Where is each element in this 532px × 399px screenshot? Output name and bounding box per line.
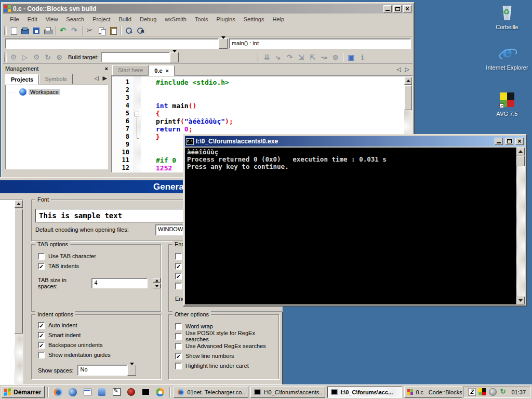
desktop-icon-avg[interactable]: ↗ AVG 7.5	[485, 91, 529, 117]
menu-item-project[interactable]: Project	[89, 15, 114, 23]
menu-item-help[interactable]: Help	[269, 15, 288, 23]
codeblocks-titlebar[interactable]: 0.c - Code::Blocks svn build ×	[3, 4, 413, 14]
symbols-combo[interactable]	[5, 38, 228, 49]
management-tab-symbols[interactable]: Symbols	[39, 74, 72, 84]
tab-indents-checkbox[interactable]: ✓	[38, 263, 45, 270]
quick-launch-thunderbird[interactable]	[68, 388, 77, 397]
next-instruction-button[interactable]: ↝	[318, 51, 330, 63]
step-into-button[interactable]: ⇲	[296, 51, 307, 63]
editor-tab-0.c[interactable]: 0.c×	[149, 65, 175, 76]
avg-z-icon[interactable]	[468, 388, 476, 396]
option-checkbox[interactable]: ✓	[175, 263, 182, 270]
desktop-icon-recycle-bin[interactable]: Corbeille	[485, 4, 529, 30]
scrollbar-thumb[interactable]	[404, 85, 412, 110]
scrollbar-track[interactable]	[516, 166, 525, 296]
redo-button[interactable]	[69, 25, 81, 36]
gray-dial-icon[interactable]	[489, 388, 497, 396]
menu-item-file[interactable]: File	[6, 15, 23, 23]
combo-dropdown-button[interactable]	[127, 365, 136, 376]
run-button[interactable]: ▷	[19, 51, 31, 63]
color-squares-icon[interactable]	[478, 388, 486, 396]
abort-button[interactable]: ⊗	[54, 51, 65, 63]
scroll-up-button[interactable]	[516, 148, 525, 155]
use-advanced-regex-searches-checkbox[interactable]	[175, 343, 182, 350]
stop-debugger-button[interactable]: ⊗	[330, 51, 341, 63]
desktop-icon-internet-explorer[interactable]: Internet Explorer	[485, 45, 529, 71]
debugging-windows-button[interactable]: ▣	[345, 51, 357, 63]
print-button[interactable]	[42, 25, 54, 36]
highlight-line-under-caret-checkbox[interactable]	[175, 363, 182, 369]
show-indentation-guides-checkbox[interactable]	[38, 352, 45, 358]
settings-category-list[interactable]: t	[0, 199, 23, 398]
scroll-down-button[interactable]	[516, 297, 525, 304]
task-button-0[interactable]: 01net. Telecharger.co...	[174, 387, 248, 398]
compile-button[interactable]: ⚙	[8, 51, 19, 63]
option-checkbox[interactable]	[175, 253, 182, 260]
menu-item-view[interactable]: View	[42, 15, 62, 23]
task-button-1[interactable]: I:\0_C\forums\accents...	[250, 387, 325, 398]
toolbar-grip[interactable]	[4, 26, 7, 35]
maximize-button[interactable]	[505, 138, 513, 145]
option-checkbox[interactable]: ✓	[175, 273, 182, 280]
replace-button[interactable]	[135, 25, 146, 36]
word-wrap-checkbox[interactable]	[175, 323, 182, 330]
quick-launch-opera[interactable]	[126, 388, 136, 397]
close-button[interactable]: ×	[403, 5, 411, 12]
cut-button[interactable]	[85, 25, 96, 36]
menu-item-settings[interactable]: Settings	[240, 15, 268, 23]
scope-field[interactable]: main() : int	[229, 38, 411, 49]
scrollbar-thumb[interactable]	[15, 209, 23, 334]
task-button-3[interactable]: 0.c - Code::Blocks svn ...	[404, 387, 462, 398]
copy-button[interactable]	[96, 25, 108, 36]
scroll-up-button[interactable]	[15, 200, 23, 208]
menu-item-edit[interactable]: Edit	[24, 15, 41, 23]
quick-launch-firefox[interactable]	[54, 388, 63, 397]
green-refresh-icon[interactable]	[499, 388, 507, 396]
scroll-up-button[interactable]	[404, 77, 412, 85]
tab-scroll-left-icon[interactable]: ◁	[94, 75, 98, 82]
quick-launch-command-prompt[interactable]	[141, 388, 150, 397]
combo-dropdown-button[interactable]	[170, 52, 179, 62]
next-line-button[interactable]: ↷	[284, 51, 296, 63]
start-button[interactable]: Démarrer	[2, 386, 45, 398]
step-out-button[interactable]: ⇱	[307, 51, 318, 63]
projects-tree[interactable]: ····Workspace	[5, 85, 108, 169]
close-button[interactable]: ×	[515, 138, 524, 145]
menu-item-search[interactable]: Search	[62, 15, 88, 23]
quick-launch-messenger[interactable]	[97, 388, 107, 397]
new-file-button[interactable]	[8, 25, 19, 36]
show-spaces-combo[interactable]: No	[77, 365, 136, 376]
save-button[interactable]	[31, 25, 42, 36]
menu-item-build[interactable]: Build	[115, 15, 135, 23]
toolbar-grip[interactable]	[4, 52, 7, 62]
minimize-button[interactable]	[383, 5, 392, 12]
tab-size-input[interactable]: 4	[91, 278, 148, 288]
tab-scroll-right-icon[interactable]: ▷	[405, 66, 409, 73]
quick-launch-show-desktop[interactable]	[83, 388, 92, 397]
tab-scroll-left-icon[interactable]: ◁	[396, 66, 401, 73]
use-tab-character-checkbox[interactable]	[38, 253, 45, 260]
editor-tab-start-here[interactable]: Start here	[112, 65, 149, 75]
console-output[interactable]: àéèîôûùçProcess returned 0 (0x0) executi…	[185, 148, 525, 304]
maximize-button[interactable]	[393, 5, 402, 12]
use-posix-style-for-regex-searches-checkbox[interactable]	[175, 333, 182, 340]
option-checkbox[interactable]	[175, 283, 182, 289]
fold-marker[interactable]: −	[135, 112, 139, 116]
tab-close-icon[interactable]: ×	[166, 68, 169, 74]
management-close-icon[interactable]: ×	[105, 65, 108, 72]
spin-down-button[interactable]	[153, 284, 161, 288]
menu-item-debug[interactable]: Debug	[136, 15, 160, 23]
paste-button[interactable]	[108, 25, 119, 36]
show-line-numbers-checkbox[interactable]: ✓	[175, 353, 182, 360]
debug-continue-button[interactable]: ⇊	[261, 51, 273, 63]
tab-scroll-right-icon[interactable]: ▶	[103, 75, 107, 82]
various-info-button[interactable]: ℹ	[357, 51, 368, 63]
tree-item-workspace[interactable]: ····Workspace	[9, 88, 108, 96]
category-list-scrollbar[interactable]	[15, 200, 23, 397]
quick-launch-tablet-ink[interactable]	[112, 388, 121, 397]
run-to-cursor-button[interactable]: ⤷	[273, 51, 284, 63]
scrollbar-thumb[interactable]	[516, 156, 525, 166]
menu-item-wxsmith[interactable]: wxSmith	[161, 15, 190, 23]
smart-indent-checkbox[interactable]: ✓	[38, 332, 45, 339]
toolbar-grip[interactable]	[258, 52, 260, 62]
